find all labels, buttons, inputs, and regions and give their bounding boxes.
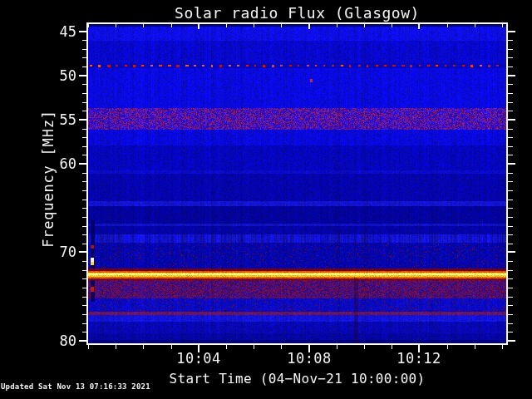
x-tick-label: 10:04 — [165, 350, 232, 367]
x-axis-label: Start Time (04−Nov−21 10:00:00) — [88, 371, 506, 387]
y-tick-label: 80 — [33, 332, 76, 349]
y-tick-label: 60 — [33, 155, 76, 172]
plot-title: Solar radio Flux (Glasgow) — [88, 4, 506, 22]
y-tick-label: 50 — [33, 67, 76, 84]
spectrogram-canvas — [0, 0, 532, 399]
updated-timestamp: Updated Sat Nov 13 07:16:33 2021 — [1, 382, 150, 391]
x-tick-label: 10:08 — [276, 350, 342, 367]
y-tick-label: 45 — [33, 23, 76, 40]
solar-radio-flux-plot: Solar radio Flux (Glasgow) Frequency [MH… — [0, 0, 532, 399]
y-tick-label: 55 — [33, 111, 76, 128]
y-tick-label: 70 — [33, 244, 76, 260]
x-tick-label: 10:12 — [386, 350, 452, 367]
y-axis-label: Frequency [MHz] — [40, 110, 57, 248]
